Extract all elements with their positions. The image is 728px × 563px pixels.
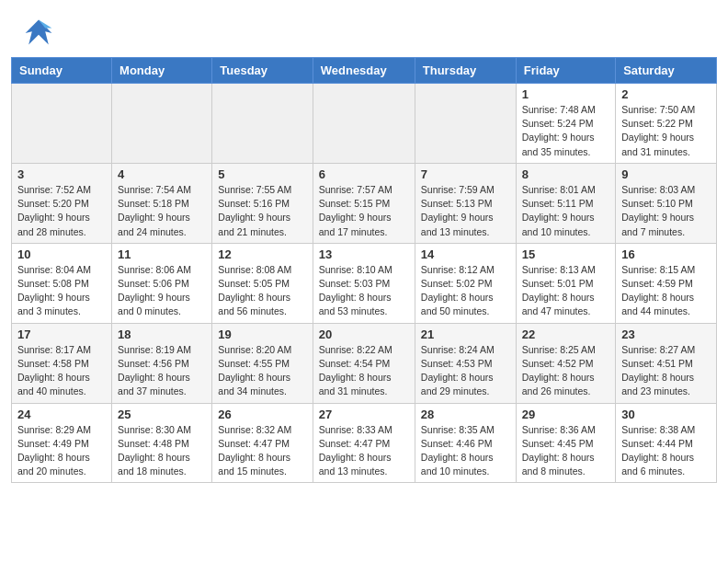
day-info: Sunrise: 8:29 AM Sunset: 4:49 PM Dayligh… xyxy=(17,423,106,479)
calendar-cell: 14Sunrise: 8:12 AM Sunset: 5:02 PM Dayli… xyxy=(415,243,516,323)
day-number: 17 xyxy=(17,327,106,341)
day-info: Sunrise: 8:32 AM Sunset: 4:47 PM Dayligh… xyxy=(218,423,306,479)
day-info: Sunrise: 7:55 AM Sunset: 5:16 PM Dayligh… xyxy=(218,183,306,239)
calendar-cell: 7Sunrise: 7:59 AM Sunset: 5:13 PM Daylig… xyxy=(415,163,516,243)
calendar-cell: 20Sunrise: 8:22 AM Sunset: 4:54 PM Dayli… xyxy=(313,323,415,403)
calendar-cell: 19Sunrise: 8:20 AM Sunset: 4:55 PM Dayli… xyxy=(212,323,313,403)
calendar-cell xyxy=(313,84,415,164)
day-info: Sunrise: 8:19 AM Sunset: 4:56 PM Dayligh… xyxy=(118,343,206,399)
day-number: 11 xyxy=(118,247,206,261)
calendar-cell: 3Sunrise: 7:52 AM Sunset: 5:20 PM Daylig… xyxy=(12,163,112,243)
week-row-1: 3Sunrise: 7:52 AM Sunset: 5:20 PM Daylig… xyxy=(12,163,717,243)
week-row-4: 24Sunrise: 8:29 AM Sunset: 4:49 PM Dayli… xyxy=(12,403,717,483)
header-day-thursday: Thursday xyxy=(415,58,516,84)
day-number: 20 xyxy=(319,327,409,341)
week-row-3: 17Sunrise: 8:17 AM Sunset: 4:58 PM Dayli… xyxy=(12,323,717,403)
day-number: 14 xyxy=(421,247,510,261)
header-day-friday: Friday xyxy=(516,58,615,84)
calendar-cell: 1Sunrise: 7:48 AM Sunset: 5:24 PM Daylig… xyxy=(516,84,615,164)
day-info: Sunrise: 8:22 AM Sunset: 4:54 PM Dayligh… xyxy=(319,343,409,399)
day-number: 9 xyxy=(621,167,711,181)
day-number: 5 xyxy=(218,167,306,181)
calendar-cell: 23Sunrise: 8:27 AM Sunset: 4:51 PM Dayli… xyxy=(616,323,717,403)
calendar-cell: 10Sunrise: 8:04 AM Sunset: 5:08 PM Dayli… xyxy=(12,243,112,323)
day-number: 15 xyxy=(522,247,609,261)
week-row-0: 1Sunrise: 7:48 AM Sunset: 5:24 PM Daylig… xyxy=(12,84,717,164)
calendar-table: SundayMondayTuesdayWednesdayThursdayFrid… xyxy=(11,57,717,483)
day-number: 4 xyxy=(118,167,206,181)
header-day-sunday: Sunday xyxy=(12,58,112,84)
calendar-header: SundayMondayTuesdayWednesdayThursdayFrid… xyxy=(12,58,717,84)
day-info: Sunrise: 8:36 AM Sunset: 4:45 PM Dayligh… xyxy=(522,423,609,479)
header-day-saturday: Saturday xyxy=(616,58,717,84)
calendar-cell: 2Sunrise: 7:50 AM Sunset: 5:22 PM Daylig… xyxy=(616,84,717,164)
day-number: 18 xyxy=(118,327,206,341)
calendar-cell: 25Sunrise: 8:30 AM Sunset: 4:48 PM Dayli… xyxy=(112,403,212,483)
calendar-cell: 28Sunrise: 8:35 AM Sunset: 4:46 PM Dayli… xyxy=(415,403,516,483)
calendar-cell xyxy=(212,84,313,164)
day-info: Sunrise: 8:08 AM Sunset: 5:05 PM Dayligh… xyxy=(218,263,306,319)
calendar-cell: 16Sunrise: 8:15 AM Sunset: 4:59 PM Dayli… xyxy=(616,243,717,323)
day-info: Sunrise: 8:15 AM Sunset: 4:59 PM Dayligh… xyxy=(621,263,711,319)
day-info: Sunrise: 8:30 AM Sunset: 4:48 PM Dayligh… xyxy=(118,423,206,479)
page-header xyxy=(0,0,728,57)
calendar-cell: 5Sunrise: 7:55 AM Sunset: 5:16 PM Daylig… xyxy=(212,163,313,243)
day-number: 12 xyxy=(218,247,306,261)
calendar-cell: 12Sunrise: 8:08 AM Sunset: 5:05 PM Dayli… xyxy=(212,243,313,323)
day-number: 2 xyxy=(621,87,711,101)
header-day-monday: Monday xyxy=(112,58,212,84)
day-number: 21 xyxy=(421,327,510,341)
day-info: Sunrise: 8:03 AM Sunset: 5:10 PM Dayligh… xyxy=(621,183,711,239)
calendar-cell: 9Sunrise: 8:03 AM Sunset: 5:10 PM Daylig… xyxy=(616,163,717,243)
svg-marker-0 xyxy=(26,20,52,45)
day-info: Sunrise: 8:10 AM Sunset: 5:03 PM Dayligh… xyxy=(319,263,409,319)
calendar-cell: 30Sunrise: 8:38 AM Sunset: 4:44 PM Dayli… xyxy=(616,403,717,483)
day-number: 3 xyxy=(17,167,106,181)
day-info: Sunrise: 7:57 AM Sunset: 5:15 PM Dayligh… xyxy=(319,183,409,239)
day-info: Sunrise: 8:01 AM Sunset: 5:11 PM Dayligh… xyxy=(522,183,609,239)
day-number: 7 xyxy=(421,167,510,181)
day-info: Sunrise: 8:17 AM Sunset: 4:58 PM Dayligh… xyxy=(17,343,106,399)
day-number: 13 xyxy=(319,247,409,261)
calendar-cell xyxy=(415,84,516,164)
day-number: 6 xyxy=(319,167,409,181)
calendar-cell: 17Sunrise: 8:17 AM Sunset: 4:58 PM Dayli… xyxy=(12,323,112,403)
day-info: Sunrise: 8:27 AM Sunset: 4:51 PM Dayligh… xyxy=(621,343,711,399)
day-info: Sunrise: 8:35 AM Sunset: 4:46 PM Dayligh… xyxy=(421,423,510,479)
day-number: 29 xyxy=(522,408,609,421)
calendar-cell: 6Sunrise: 7:57 AM Sunset: 5:15 PM Daylig… xyxy=(313,163,415,243)
day-number: 16 xyxy=(621,247,711,261)
header-day-wednesday: Wednesday xyxy=(313,58,415,84)
day-number: 27 xyxy=(319,408,409,421)
calendar-cell: 4Sunrise: 7:54 AM Sunset: 5:18 PM Daylig… xyxy=(112,163,212,243)
logo-icon xyxy=(22,17,55,50)
calendar-wrapper: SundayMondayTuesdayWednesdayThursdayFrid… xyxy=(0,57,728,494)
day-number: 28 xyxy=(421,408,510,421)
day-info: Sunrise: 7:48 AM Sunset: 5:24 PM Dayligh… xyxy=(522,103,609,159)
day-number: 25 xyxy=(118,408,206,421)
calendar-cell: 13Sunrise: 8:10 AM Sunset: 5:03 PM Dayli… xyxy=(313,243,415,323)
day-info: Sunrise: 8:38 AM Sunset: 4:44 PM Dayligh… xyxy=(621,423,711,479)
day-info: Sunrise: 8:04 AM Sunset: 5:08 PM Dayligh… xyxy=(17,263,106,319)
day-info: Sunrise: 8:24 AM Sunset: 4:53 PM Dayligh… xyxy=(421,343,510,399)
calendar-cell: 21Sunrise: 8:24 AM Sunset: 4:53 PM Dayli… xyxy=(415,323,516,403)
day-number: 22 xyxy=(522,327,609,341)
day-info: Sunrise: 8:13 AM Sunset: 5:01 PM Dayligh… xyxy=(522,263,609,319)
day-info: Sunrise: 7:50 AM Sunset: 5:22 PM Dayligh… xyxy=(621,103,711,159)
day-number: 30 xyxy=(621,408,711,421)
day-info: Sunrise: 8:06 AM Sunset: 5:06 PM Dayligh… xyxy=(118,263,206,319)
header-row: SundayMondayTuesdayWednesdayThursdayFrid… xyxy=(12,58,717,84)
calendar-cell: 22Sunrise: 8:25 AM Sunset: 4:52 PM Dayli… xyxy=(516,323,615,403)
calendar-cell: 8Sunrise: 8:01 AM Sunset: 5:11 PM Daylig… xyxy=(516,163,615,243)
week-row-2: 10Sunrise: 8:04 AM Sunset: 5:08 PM Dayli… xyxy=(12,243,717,323)
calendar-cell: 24Sunrise: 8:29 AM Sunset: 4:49 PM Dayli… xyxy=(12,403,112,483)
day-number: 26 xyxy=(218,408,306,421)
calendar-body: 1Sunrise: 7:48 AM Sunset: 5:24 PM Daylig… xyxy=(12,84,717,483)
header-day-tuesday: Tuesday xyxy=(212,58,313,84)
calendar-cell: 15Sunrise: 8:13 AM Sunset: 5:01 PM Dayli… xyxy=(516,243,615,323)
day-info: Sunrise: 7:52 AM Sunset: 5:20 PM Dayligh… xyxy=(17,183,106,239)
day-info: Sunrise: 8:25 AM Sunset: 4:52 PM Dayligh… xyxy=(522,343,609,399)
calendar-cell: 18Sunrise: 8:19 AM Sunset: 4:56 PM Dayli… xyxy=(112,323,212,403)
day-number: 10 xyxy=(17,247,106,261)
calendar-cell: 26Sunrise: 8:32 AM Sunset: 4:47 PM Dayli… xyxy=(212,403,313,483)
